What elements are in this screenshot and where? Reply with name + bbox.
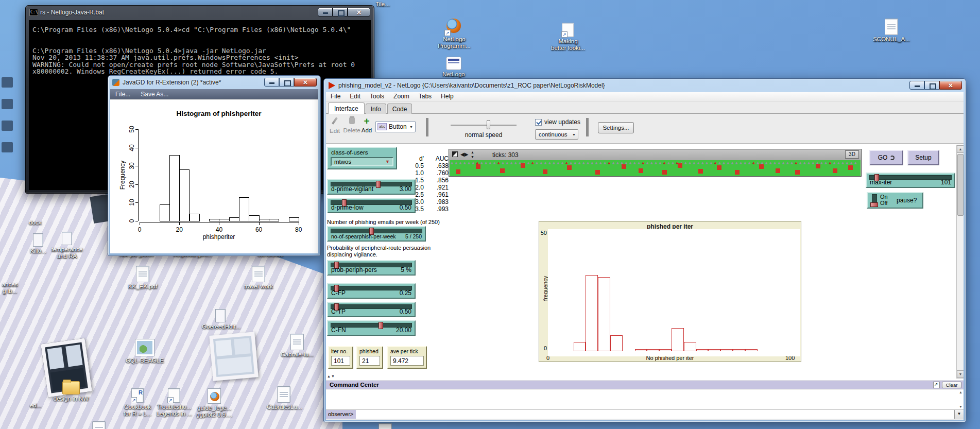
desktop-icon-guide-ggplot[interactable]: guide_lege...ggplot2 0.9.... — [195, 388, 234, 418]
slider-max-iter[interactable]: max-iter101 — [866, 173, 955, 188]
left-edge-icon[interactable] — [2, 121, 13, 131]
desktop-icon-partial-bottom-1[interactable] — [89, 421, 109, 429]
desktop-icon-label: Troublesho... — [154, 404, 194, 410]
javagd-menu-item[interactable]: File... — [110, 91, 135, 98]
class-of-users-chooser[interactable]: class-of-users mtwos ▼ — [327, 147, 397, 169]
slider-C-FP[interactable]: C-FP0.25 — [327, 283, 416, 299]
auc-row: 1.0.760 — [410, 169, 449, 177]
menu-file[interactable]: File — [326, 92, 345, 101]
menu-tools[interactable]: Tools — [365, 92, 389, 101]
add-button[interactable]: + Add — [359, 117, 374, 133]
menu-edit[interactable]: Edit — [345, 92, 365, 101]
desktop-icon-partial-bottom-2[interactable] — [375, 423, 396, 429]
scroll-up-arrow[interactable]: ▲ — [957, 145, 964, 153]
desktop-icon-design-nw[interactable]: design in NW — [49, 381, 93, 402]
scrollbar-thumb[interactable] — [957, 154, 964, 216]
desktop-icon-sconul[interactable]: SCONUL_A... — [868, 19, 915, 43]
agent-person: ▴ — [612, 160, 615, 165]
cmd-titlebar[interactable]: C:\ rs - Netlogo-Java-R.bat — [26, 6, 374, 19]
desktop-icon-troubleshoot-legends[interactable]: ↗Troublesho...Legends in ... — [154, 388, 194, 417]
vertical-scrollbar[interactable]: ▲ ▼ — [956, 145, 964, 379]
close-button[interactable] — [294, 78, 317, 87]
desktop-icon-netlogo-programming[interactable]: ↗NetLogoProgramm... — [435, 18, 473, 49]
close-button[interactable] — [939, 81, 962, 90]
speed-slider-handle[interactable] — [487, 120, 490, 129]
left-edge-icon[interactable] — [2, 142, 13, 152]
menu-zoom[interactable]: Zoom — [389, 92, 414, 101]
desktop-icon-cookbook-r[interactable]: ↗RCookbookfor R » L... — [121, 388, 154, 417]
desktop-icon-netlogo-app[interactable]: NetLogo — [437, 57, 470, 78]
speed-slider[interactable] — [451, 125, 517, 126]
maximize-button[interactable] — [333, 8, 348, 16]
view-3d-button[interactable]: 3D — [845, 150, 859, 159]
desktop-icon-kk-ek[interactable]: KK_EK.pdf — [126, 266, 160, 290]
desktop-icon-temperance[interactable]: temperanceand RA — [49, 232, 84, 260]
desktop-icon-travel-work[interactable]: travel work — [242, 266, 275, 290]
view-updates-checkbox[interactable]: view updates — [535, 118, 580, 126]
minimize-button[interactable] — [318, 8, 333, 16]
slider-C-FN[interactable]: C-FN20.00 — [327, 320, 416, 336]
arrows-horizontal-icon[interactable]: ◀▶ — [460, 151, 468, 158]
slider-value: 0.50 — [400, 308, 411, 315]
desktop-icon-ances[interactable]: ancesg lb... — [0, 281, 20, 295]
desktop-icon-ed[interactable]: ed... — [27, 402, 44, 409]
maximize-button[interactable] — [279, 78, 294, 87]
widget-type-dropdown[interactable]: abc Button ▼ — [375, 121, 416, 132]
chooser-value-box[interactable]: mtwos ▼ — [331, 157, 393, 166]
scroll-up-arrow[interactable]: ▲ — [959, 390, 962, 394]
slider-d-prime-vigilant[interactable]: d-prime-vigilant3.00 — [327, 179, 416, 195]
tab-info[interactable]: Info — [366, 104, 386, 114]
history-dropdown-button[interactable]: ▼ — [954, 410, 964, 419]
patch-red-square — [717, 165, 721, 170]
tab-code[interactable]: Code — [387, 104, 412, 114]
desktop-icon-killo[interactable]: Killo... — [26, 233, 50, 254]
arrows-vertical-icon[interactable]: ▲▼ — [471, 150, 474, 159]
maximize-button[interactable] — [924, 81, 939, 90]
plot-histogram-bar — [635, 349, 647, 352]
splitter-arrows[interactable]: ▲▼ — [327, 374, 335, 378]
left-edge-icon[interactable] — [2, 77, 13, 88]
desktop-icon-label: NetLogo — [437, 71, 470, 78]
desktop-icon-gql-beagle[interactable]: GQL-BEAGLE — [123, 339, 167, 364]
desktop-icon-docx[interactable]: docx — [24, 219, 46, 226]
desktop-icon-tile[interactable]: Tile... — [371, 1, 394, 8]
left-edge-icon[interactable] — [2, 99, 13, 109]
scroll-down-arrow[interactable]: ▼ — [959, 405, 962, 408]
settings-button[interactable]: Settings... — [598, 122, 634, 133]
javagd-menu-item[interactable]: Save As... — [135, 91, 174, 98]
desktop-icon-cabrales-lu[interactable]: CabralesLu... — [267, 386, 301, 410]
world-view[interactable]: ◀▶ ▲▼ ticks: 303 3D ▴▴▴▴▴▴▴▴▴▴▴▴▴▴▴▴▴▴▴▴… — [449, 149, 862, 177]
desktop-icon-goereed[interactable]: GoereedHolt... — [202, 309, 239, 330]
world-view-canvas[interactable]: ▴▴▴▴▴▴▴▴▴▴▴▴▴▴▴▴▴▴▴▴▴▴▴▴▴▴▴▴▴▴▴▴▴▴▴▴▴▴▴▴… — [450, 160, 861, 176]
scroll-down-arrow[interactable]: ▼ — [957, 370, 964, 378]
close-button[interactable] — [348, 8, 370, 16]
update-mode-dropdown[interactable]: continuous ▼ — [535, 129, 578, 140]
observer-prompt[interactable]: observer> — [326, 410, 356, 419]
desktop-icon-cabrale[interactable]: Cabrale-Iu... — [280, 334, 314, 358]
slider-d-prime-low[interactable]: d-prime-low0.50 — [327, 198, 416, 213]
pause-switch[interactable]: On Off pause? — [867, 192, 923, 209]
minimize-button[interactable] — [264, 78, 279, 87]
switch-handle[interactable] — [870, 202, 878, 207]
desktop-icon-label: Legends in ... — [154, 410, 194, 417]
go-button[interactable]: GO — [869, 150, 903, 165]
firefox-doc-icon — [208, 388, 221, 404]
minimize-button[interactable] — [909, 81, 924, 90]
setup-button[interactable]: Setup — [907, 150, 939, 165]
view-pattern-icon[interactable] — [452, 151, 458, 157]
netlogo-titlebar[interactable]: phishing_model_v2 - NetLogo {C:\Users\ka… — [324, 79, 966, 92]
slider-no-of-spearphish-per-week[interactable]: no-of-spearphish-per-week5 / 250 — [327, 226, 426, 242]
command-input[interactable] — [356, 410, 954, 419]
javagd-titlebar[interactable]: JavaGD for R-Extension (2) *active* — [108, 76, 320, 89]
switch-off-label: Off — [880, 200, 887, 206]
tab-interface[interactable]: Interface — [328, 102, 365, 114]
clear-button[interactable]: Clear — [942, 382, 961, 388]
command-center-output[interactable]: ▲ ▼ — [326, 389, 964, 409]
slider-C-TP[interactable]: C-TP0.50 — [327, 302, 416, 317]
menu-help[interactable]: Help — [436, 92, 458, 101]
agent-person: ▴ — [472, 160, 474, 165]
desktop-icon-making-better-looking[interactable]: ↗Makingbetter looki... — [545, 23, 591, 52]
command-center-expand-icon[interactable] — [933, 382, 940, 388]
slider-prob-periph-pers[interactable]: prob-periph-pers5 % — [327, 260, 416, 276]
menu-tabs[interactable]: Tabs — [414, 92, 436, 101]
